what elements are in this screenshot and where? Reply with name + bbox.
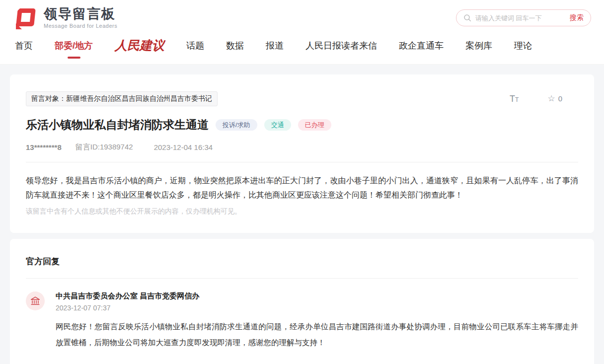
reply-org-name: 中共昌吉市委员会办公室 昌吉市党委网信办: [56, 291, 578, 301]
site-logo[interactable]: 领导留言板 Message Board for Leaders: [15, 6, 117, 29]
search-input[interactable]: [475, 14, 566, 22]
reply-item: 中共昌吉市委员会办公室 昌吉市党委网信办 2023-12-07 07:37 网民…: [26, 291, 578, 351]
message-body: 领导您好，我是昌吉市乐活小镇的商户，近期，物业突然把原本进出车的正大门封了，改由…: [26, 173, 578, 202]
message-title: 乐活小镇物业私自封堵消防求生通道: [26, 117, 209, 133]
nav-item-readers-letters[interactable]: 人民日报读者来信: [305, 40, 377, 52]
star-icon: ☆: [547, 93, 555, 104]
site-header: 领导留言板 Message Board for Leaders 搜索: [0, 0, 604, 36]
nav-item-theory[interactable]: 理论: [514, 40, 532, 52]
tag-category: 投诉/求助: [216, 119, 257, 131]
reply-time: 2023-12-07 07:37: [56, 304, 578, 312]
logo-title: 领导留言板: [44, 7, 117, 22]
font-size-icon[interactable]: TT: [510, 94, 519, 103]
favorite-count: 0: [558, 94, 562, 103]
message-target: 留言对象：新疆维吾尔自治区昌吉回族自治州昌吉市委书记: [26, 91, 218, 106]
search-icon: [463, 14, 471, 22]
official-reply-card: 官方回复 中共昌吉市委员会办公室 昌吉市党委网信办 2023-12-: [10, 239, 594, 364]
nav-item-gov-biz-express[interactable]: 政企直通车: [399, 40, 444, 52]
favorite-button[interactable]: ☆ 0: [547, 93, 562, 104]
nav-item-reports[interactable]: 报道: [266, 40, 284, 52]
divider: [26, 162, 578, 162]
nav-item-case-library[interactable]: 案例库: [465, 40, 492, 52]
nav-item-home[interactable]: 首页: [15, 40, 33, 52]
reply-body: 网民您好！您留言反映乐活小镇物业私自封堵消防求生通道的问题，经承办单位昌吉市建国…: [56, 319, 578, 351]
message-time: 2023-12-04 16:34: [154, 143, 213, 151]
avatar: [26, 291, 45, 310]
search-bar: 搜索: [456, 9, 591, 26]
search-button[interactable]: 搜索: [566, 13, 584, 22]
divider: [26, 278, 578, 279]
nav-item-peoples-suggestions[interactable]: 人民建议: [115, 37, 164, 54]
nav-item-topics[interactable]: 话题: [186, 40, 204, 52]
logo-subtitle: Message Board for Leaders: [44, 23, 117, 29]
government-building-icon: [30, 295, 41, 306]
tag-status: 已办理: [298, 119, 331, 131]
privacy-note: 该留言中含有个人信息或其他不便公开展示的内容，仅办理机构可见。: [26, 207, 578, 216]
message-id: 留言ID:19389742: [76, 143, 133, 152]
tag-topic: 交通: [264, 119, 291, 131]
nav-item-data[interactable]: 数据: [226, 40, 244, 52]
nav-item-ministries-local[interactable]: 部委/地方: [55, 40, 93, 52]
logo-icon: [15, 6, 38, 29]
page-content: 留言对象：新疆维吾尔自治区昌吉回族自治州昌吉市委书记 TT ☆ 0 乐活小镇物业…: [0, 65, 604, 364]
reply-section-title: 官方回复: [26, 256, 578, 267]
message-card: 留言对象：新疆维吾尔自治区昌吉回族自治州昌吉市委书记 TT ☆ 0 乐活小镇物业…: [10, 74, 594, 233]
main-nav: 首页 部委/地方 人民建议 话题 数据 报道 人民日报读者来信 政企直通车 案例…: [0, 36, 604, 65]
message-author: 13********8: [26, 143, 62, 151]
